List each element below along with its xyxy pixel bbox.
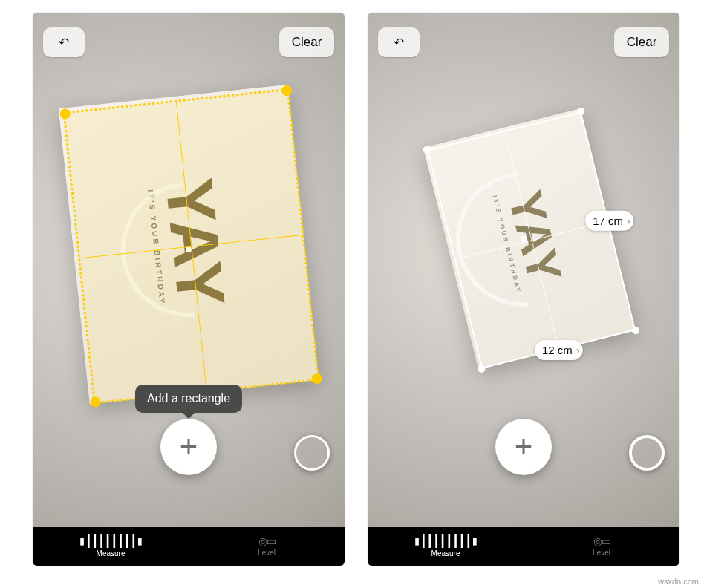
corner-handle-bottom-left[interactable]: [90, 396, 101, 407]
plus-icon: +: [180, 431, 198, 463]
measurement-pill-height[interactable]: 17 cm: [586, 211, 634, 231]
level-icon: ◎▭: [593, 536, 610, 546]
crosshair-vertical: [176, 102, 207, 390]
tab-level-label: Level: [593, 549, 610, 557]
bottom-tab-bar: ▮┃┃┃┃┃┃┃┃▮ Measure ◎▭ Level: [368, 527, 679, 566]
tab-level[interactable]: ◎▭ Level: [189, 527, 345, 566]
measurement-width-label: 12 cm: [542, 344, 573, 356]
ruler-icon: ▮┃┃┃┃┃┃┃┃▮: [414, 535, 478, 547]
tooltip-label: Add a rectangle: [147, 392, 230, 405]
corner-handle-bottom-right[interactable]: [631, 326, 640, 335]
undo-button[interactable]: ↶: [43, 27, 85, 57]
tab-level[interactable]: ◎▭ Level: [524, 527, 679, 566]
clear-button[interactable]: Clear: [614, 27, 669, 57]
tab-measure-label: Measure: [97, 549, 126, 558]
tab-measure[interactable]: ▮┃┃┃┃┃┃┃┃▮ Measure: [368, 527, 524, 566]
shutter-button[interactable]: [294, 435, 330, 471]
plus-icon: +: [515, 431, 533, 463]
clear-button-label: Clear: [292, 35, 322, 50]
clear-button[interactable]: Clear: [279, 27, 334, 57]
undo-icon: ↶: [394, 35, 404, 50]
undo-button[interactable]: ↶: [378, 27, 420, 57]
level-icon: ◎▭: [258, 536, 276, 546]
measurement-height-label: 17 cm: [593, 215, 624, 227]
add-point-button[interactable]: +: [495, 419, 552, 475]
bottom-tab-bar: ▮┃┃┃┃┃┃┃┃▮ Measure ◎▭ Level: [33, 527, 345, 566]
ruler-icon: ▮┃┃┃┃┃┃┃┃▮: [79, 535, 143, 547]
camera-viewport: YAY IT'S YOUR BIRTHDAY 17 c: [368, 13, 679, 527]
tab-measure[interactable]: ▮┃┃┃┃┃┃┃┃▮ Measure: [33, 527, 189, 566]
undo-icon: ↶: [59, 35, 69, 50]
phone-screenshot-detecting: YAY IT'S YOUR BIRTHDAY: [33, 13, 345, 566]
add-point-button[interactable]: +: [160, 419, 217, 475]
crosshair-vertical: [505, 132, 560, 348]
tab-measure-label: Measure: [431, 549, 460, 558]
corner-handle-bottom-right[interactable]: [311, 373, 322, 384]
corner-handle-top-right[interactable]: [281, 85, 292, 96]
watermark: wsxdn.com: [656, 576, 701, 587]
measurement-pill-width[interactable]: 12 cm: [535, 340, 583, 360]
tooltip-add-rectangle: Add a rectangle: [135, 385, 242, 413]
corner-handle-bottom-left[interactable]: [478, 365, 486, 373]
corner-handle-top-right[interactable]: [577, 107, 586, 116]
shutter-button[interactable]: [629, 435, 665, 471]
corner-handle-top-left[interactable]: [59, 108, 71, 120]
clear-button-label: Clear: [627, 35, 657, 50]
camera-viewport: YAY IT'S YOUR BIRTHDAY: [33, 13, 345, 527]
phone-screenshot-measured: YAY IT'S YOUR BIRTHDAY 17 c: [368, 13, 679, 566]
detection-box: [62, 88, 319, 405]
comparison-canvas: YAY IT'S YOUR BIRTHDAY: [0, 0, 704, 588]
tab-level-label: Level: [258, 549, 276, 557]
